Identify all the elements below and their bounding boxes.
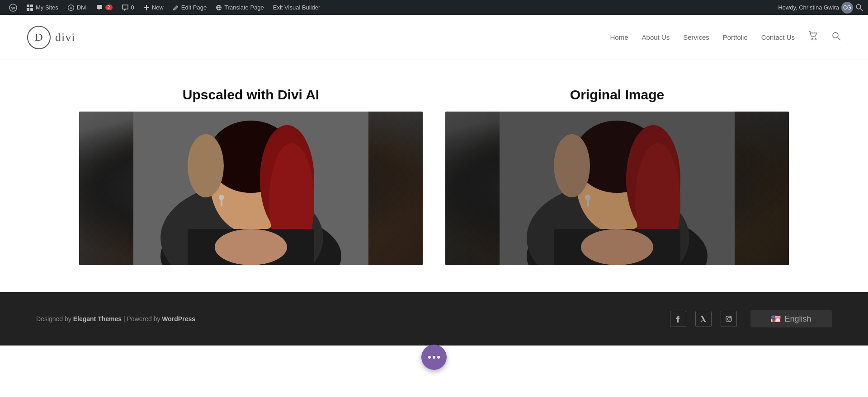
main-content: Upscaled with Divi AI xyxy=(0,60,868,292)
divi-label: Divi xyxy=(77,4,87,11)
upscaled-image xyxy=(79,112,423,265)
nav-about[interactable]: About Us xyxy=(642,33,670,41)
original-image xyxy=(445,112,789,265)
svg-point-40 xyxy=(581,229,653,265)
language-label: English xyxy=(784,314,811,324)
fab-dots xyxy=(428,356,440,359)
edit-page-label: Edit Page xyxy=(181,4,207,11)
facebook-icon[interactable] xyxy=(670,311,686,327)
wordpress-link: WordPress xyxy=(162,315,195,322)
my-sites-label: My Sites xyxy=(36,4,58,11)
new-item[interactable]: New xyxy=(139,0,168,15)
logo-wrap[interactable]: D divi xyxy=(27,26,75,49)
svg-point-15 xyxy=(833,33,838,38)
svg-rect-29 xyxy=(221,197,222,206)
svg-line-16 xyxy=(838,37,840,40)
svg-point-44 xyxy=(727,318,730,320)
upscaled-title: Upscaled with Divi AI xyxy=(183,87,319,103)
translate-page-item[interactable]: Translate Page xyxy=(211,0,269,15)
svg-point-13 xyxy=(812,39,813,40)
svg-text:D: D xyxy=(70,6,72,10)
cart-icon[interactable] xyxy=(808,31,818,43)
fab-dot-2 xyxy=(433,356,435,359)
fab-dot-1 xyxy=(428,356,431,359)
logo-letter: D xyxy=(35,31,42,43)
svg-point-45 xyxy=(730,317,731,318)
comments-item[interactable]: 2 xyxy=(91,0,117,15)
svg-rect-2 xyxy=(27,5,29,7)
logo-name: divi xyxy=(55,31,75,44)
exit-builder-label: Exit Visual Builder xyxy=(273,4,321,11)
original-title: Original Image xyxy=(570,87,664,103)
my-sites-item[interactable]: My Sites xyxy=(22,0,63,15)
svg-rect-5 xyxy=(30,8,33,11)
footer-credit: Designed by Elegant Themes | Powered by … xyxy=(36,315,195,323)
instagram-icon[interactable] xyxy=(721,311,737,327)
nav-services[interactable]: Services xyxy=(683,33,709,41)
svg-point-14 xyxy=(815,39,816,40)
svg-text:W: W xyxy=(11,5,15,10)
divi-item[interactable]: D Divi xyxy=(63,0,91,15)
wp-logo-item[interactable]: W xyxy=(5,0,22,15)
mod-comments-count: 0 xyxy=(131,4,134,11)
site-header: D divi Home About Us Services Portfolio … xyxy=(0,15,868,60)
elegant-themes: Elegant Themes xyxy=(73,315,122,322)
search-icon[interactable] xyxy=(855,4,863,12)
nav-portfolio[interactable]: Portfolio xyxy=(723,33,748,41)
admin-avatar[interactable]: CG xyxy=(841,2,853,14)
nav-contact[interactable]: Contact Us xyxy=(761,33,795,41)
language-flag: 🇺🇸 xyxy=(771,314,781,324)
search-nav-icon[interactable] xyxy=(832,32,841,43)
language-selector[interactable]: 🇺🇸 English xyxy=(750,310,832,327)
admin-bar-right: Howdy, Christina Gwira CG xyxy=(778,2,863,14)
site-nav: Home About Us Services Portfolio Contact… xyxy=(610,31,841,43)
footer-designed-by: Designed by Elegant Themes | Powered by … xyxy=(36,315,195,322)
svg-point-38 xyxy=(554,134,590,197)
translate-page-label: Translate Page xyxy=(224,4,264,11)
nav-home[interactable]: Home xyxy=(610,33,628,41)
twitter-icon[interactable] xyxy=(695,311,712,327)
svg-rect-3 xyxy=(30,5,33,7)
svg-point-27 xyxy=(215,229,287,265)
svg-rect-42 xyxy=(587,197,589,206)
fab-button[interactable] xyxy=(421,345,447,370)
original-column: Original Image xyxy=(445,87,789,265)
howdy-text: Howdy, Christina Gwira xyxy=(778,4,839,11)
images-grid: Upscaled with Divi AI xyxy=(36,87,832,265)
admin-bar: W My Sites D Divi 2 0 New Edit Page Tran… xyxy=(0,0,868,15)
logo-circle: D xyxy=(27,26,51,49)
upscaled-column: Upscaled with Divi AI xyxy=(79,87,423,265)
fab-dot-3 xyxy=(437,356,440,359)
svg-point-25 xyxy=(188,134,224,197)
footer-social xyxy=(670,311,737,327)
comments-count: 2 xyxy=(105,5,113,10)
svg-line-12 xyxy=(860,9,863,11)
edit-page-item[interactable]: Edit Page xyxy=(168,0,211,15)
svg-point-11 xyxy=(856,5,861,9)
exit-builder-item[interactable]: Exit Visual Builder xyxy=(269,0,325,15)
mod-comments-item[interactable]: 0 xyxy=(117,0,139,15)
site-footer: Designed by Elegant Themes | Powered by … xyxy=(0,292,868,346)
svg-rect-4 xyxy=(27,8,29,11)
new-label: New xyxy=(152,4,164,11)
